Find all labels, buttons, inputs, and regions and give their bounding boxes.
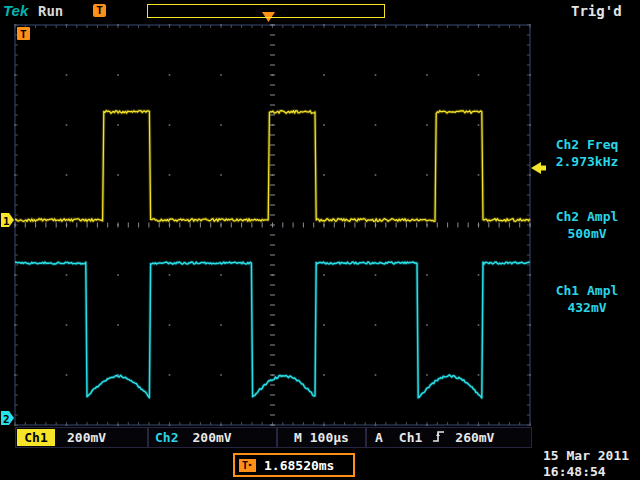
oscilloscope-screen: 12T Tek Run T Trig'd Ch2 Freq 2.973kHz C… <box>0 0 640 480</box>
trigger-t-icon: T <box>93 4 106 17</box>
time-label: 16:48:54 <box>543 464 629 480</box>
acquisition-status: Run <box>38 3 63 19</box>
ch2-channel-badge: Ch2 <box>155 430 178 445</box>
ch2-volts-per-div: 200mV <box>192 430 231 445</box>
svg-text:1: 1 <box>3 215 10 228</box>
tek-logo: Tek <box>3 2 28 19</box>
ch1-scale-group: Ch1 200mV <box>15 427 148 448</box>
svg-text:2: 2 <box>3 413 10 426</box>
readout-value: 500mV <box>534 225 640 242</box>
readout-value: 2.973kHz <box>534 153 640 170</box>
readout-ch2-freq: Ch2 Freq 2.973kHz <box>534 136 640 170</box>
trigger-time-value: 1.68520ms <box>264 458 334 473</box>
ch1-channel-badge: Ch1 <box>17 429 55 446</box>
readout-label: Ch1 Ampl <box>534 282 640 299</box>
rising-edge-icon <box>432 430 445 446</box>
timebase-readout: M 100µs <box>294 430 349 445</box>
acquisition-window-indicator <box>147 4 385 18</box>
readout-ch2-ampl: Ch2 Ampl 500mV <box>534 208 640 242</box>
timebase-group: M 100µs <box>277 427 366 448</box>
ch1-volts-per-div: 200mV <box>67 430 106 445</box>
trigger-arrow-glyph: ▸ <box>248 460 253 470</box>
trigger-source: Ch1 <box>399 430 422 445</box>
readout-label: Ch2 Ampl <box>534 208 640 225</box>
trigger-level-readout: 260mV <box>455 430 494 445</box>
trigger-t-icon: T▸ <box>239 459 256 472</box>
trigger-time-box: T▸ 1.68520ms <box>233 453 355 477</box>
date-label: 15 Mar 2011 <box>543 448 629 464</box>
readout-value: 432mV <box>534 299 640 316</box>
svg-text:T: T <box>20 28 27 41</box>
ch2-scale-group: Ch2 200mV <box>148 427 277 448</box>
trigger-mode: A <box>375 430 383 445</box>
datetime: 15 Mar 2011 16:48:54 <box>543 448 629 480</box>
trigger-state-label: Trig'd <box>571 3 622 19</box>
readout-label: Ch2 Freq <box>534 136 640 153</box>
trigger-info-group: A Ch1 260mV <box>366 427 532 448</box>
readout-ch1-ampl: Ch1 Ampl 432mV <box>534 282 640 316</box>
